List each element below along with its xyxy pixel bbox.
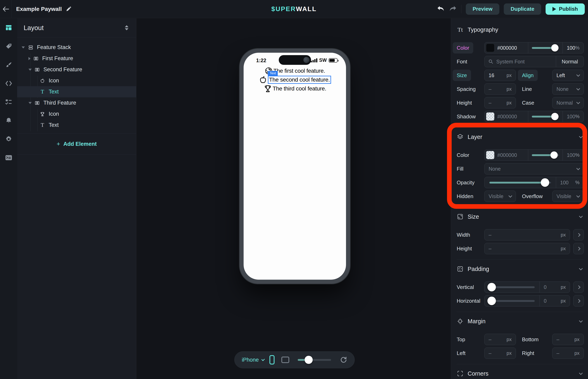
align-label[interactable]: Align bbox=[518, 70, 538, 81]
caret-right-icon[interactable] bbox=[29, 57, 31, 60]
publish-button[interactable]: Publish bbox=[546, 3, 585, 15]
color-hex-value[interactable]: #000000 bbox=[497, 45, 517, 51]
color-opacity-slider[interactable] bbox=[528, 42, 563, 53]
chevron-down-icon[interactable] bbox=[579, 371, 583, 375]
layer-color-field[interactable]: #000000 bbox=[485, 150, 528, 160]
tree-item-text-selected[interactable]: T Text bbox=[17, 86, 136, 97]
sidebar-item-theme[interactable] bbox=[0, 56, 17, 74]
sidebar-item-checklist[interactable] bbox=[0, 93, 17, 111]
margin-right-input[interactable]: –px bbox=[552, 347, 584, 359]
tree-item-icon[interactable]: Icon bbox=[17, 109, 136, 120]
caret-down-icon[interactable] bbox=[29, 69, 32, 71]
sidebar-item-products[interactable] bbox=[0, 37, 17, 56]
font-search-input[interactable]: System Font bbox=[485, 56, 556, 67]
slider-knob[interactable] bbox=[487, 283, 496, 291]
tree-item-second-feature[interactable]: Second Feature bbox=[17, 64, 136, 75]
tree-item-icon[interactable]: Icon bbox=[17, 75, 136, 86]
vertical-padding-field[interactable]: 0px bbox=[540, 282, 570, 293]
horizontal-padding-slider[interactable] bbox=[485, 295, 540, 306]
chevron-down-icon[interactable] bbox=[579, 134, 583, 138]
sidebar-item-code[interactable] bbox=[0, 74, 17, 93]
opacity-slider[interactable] bbox=[485, 177, 556, 188]
sidebar-item-console[interactable] bbox=[0, 148, 17, 167]
zoom-slider-knob[interactable] bbox=[305, 356, 313, 364]
fill-select[interactable]: None bbox=[484, 163, 584, 174]
tree-item-text[interactable]: T Text bbox=[17, 120, 136, 131]
line-select[interactable]: None bbox=[552, 83, 584, 95]
text-color-swatch-field[interactable]: #000000 bbox=[485, 42, 528, 53]
layer-color-opacity-slider[interactable] bbox=[528, 150, 563, 160]
caret-down-icon[interactable] bbox=[22, 47, 25, 48]
width-input[interactable]: –px bbox=[484, 229, 570, 240]
selected-element-outline[interactable]: Text The second cool feature. bbox=[268, 76, 331, 84]
margin-bottom-input[interactable]: –px bbox=[552, 334, 584, 345]
shadow-opacity-field[interactable]: 100% bbox=[563, 111, 584, 122]
horizontal-padding-field[interactable]: 0px bbox=[540, 295, 570, 306]
font-weight-select[interactable]: Normal bbox=[556, 56, 584, 67]
tree-item-third-feature[interactable]: Third Feature bbox=[17, 97, 136, 109]
add-element-button[interactable]: + Add Element bbox=[17, 134, 136, 155]
case-select[interactable]: Normal bbox=[552, 97, 584, 109]
align-select[interactable]: Left bbox=[552, 70, 584, 81]
slider-knob[interactable] bbox=[551, 44, 558, 51]
slider-knob[interactable] bbox=[487, 297, 496, 305]
caret-down-icon[interactable] bbox=[29, 102, 32, 104]
margin-left-input[interactable]: –px bbox=[484, 347, 516, 359]
slider-knob[interactable] bbox=[551, 113, 558, 120]
letter-spacing-input[interactable]: –px bbox=[484, 83, 516, 95]
hidden-select[interactable]: Visible bbox=[484, 191, 516, 202]
color-opacity-field[interactable]: 100% bbox=[563, 42, 584, 53]
shadow-color-field[interactable]: #000000 bbox=[485, 111, 528, 122]
sidebar-item-layout[interactable] bbox=[0, 18, 17, 37]
line-height-input[interactable]: –px bbox=[484, 97, 516, 109]
feature-row[interactable]: The third cool feature. bbox=[263, 84, 326, 93]
opacity-field[interactable]: 100% bbox=[556, 177, 584, 188]
chevron-down-icon[interactable] bbox=[261, 358, 265, 361]
color-swatch[interactable] bbox=[486, 44, 494, 52]
redo-icon[interactable] bbox=[449, 6, 457, 13]
preview-button[interactable]: Preview bbox=[466, 3, 499, 15]
back-button[interactable] bbox=[0, 0, 12, 18]
vertical-padding-slider[interactable] bbox=[485, 282, 540, 293]
zoom-slider[interactable] bbox=[298, 359, 331, 361]
margin-top-input[interactable]: –px bbox=[484, 334, 516, 345]
shadow-opacity-slider[interactable] bbox=[528, 111, 563, 122]
horizontal-padding-expand-button[interactable] bbox=[573, 295, 584, 306]
editor-canvas[interactable]: 1:22 SW The first cool bbox=[137, 18, 451, 379]
chevron-down-icon[interactable] bbox=[579, 267, 583, 270]
sidebar-item-settings[interactable] bbox=[0, 130, 17, 148]
portrait-mode-icon[interactable] bbox=[270, 355, 274, 364]
shadow-hex-value[interactable]: #000000 bbox=[497, 114, 517, 120]
width-expand-button[interactable] bbox=[573, 229, 584, 240]
sidebar-item-notifications[interactable] bbox=[0, 111, 17, 130]
chevron-down-icon[interactable] bbox=[579, 319, 583, 322]
duplicate-button[interactable]: Duplicate bbox=[504, 3, 541, 15]
font-size-label[interactable]: Size bbox=[453, 70, 471, 81]
slider-knob[interactable] bbox=[550, 151, 558, 159]
chevron-down-icon[interactable] bbox=[579, 214, 583, 218]
overflow-select[interactable]: Visible bbox=[552, 191, 584, 202]
landscape-mode-icon[interactable] bbox=[281, 357, 289, 363]
edit-pencil-icon[interactable] bbox=[66, 6, 71, 12]
feature-text[interactable]: The third cool feature. bbox=[273, 85, 326, 92]
height-expand-button[interactable] bbox=[573, 243, 584, 254]
refresh-icon[interactable] bbox=[340, 356, 347, 363]
feature-text[interactable]: The first cool feature. bbox=[273, 68, 325, 74]
sort-icon[interactable] bbox=[125, 25, 128, 30]
feature-row-selected[interactable]: Text The second cool feature. bbox=[258, 75, 331, 84]
font-size-input[interactable]: 16px bbox=[484, 70, 516, 81]
phone-screen[interactable]: 1:22 SW The first cool bbox=[244, 53, 346, 280]
text-color-label[interactable]: Color bbox=[453, 42, 473, 53]
height-input[interactable]: –px bbox=[484, 243, 570, 254]
vertical-padding-expand-button[interactable] bbox=[573, 282, 584, 293]
layer-hex-value[interactable]: #000000 bbox=[497, 152, 517, 158]
transparent-swatch[interactable] bbox=[486, 112, 494, 121]
tree-item-first-feature[interactable]: First Feature bbox=[17, 53, 136, 64]
transparent-swatch[interactable] bbox=[486, 151, 494, 159]
slider-knob[interactable] bbox=[541, 178, 549, 187]
device-select[interactable]: iPhone bbox=[242, 357, 259, 363]
undo-icon[interactable] bbox=[437, 6, 445, 13]
layer-color-opacity-field[interactable]: 100% bbox=[563, 150, 584, 160]
tree-item-feature-stack[interactable]: Feature Stack bbox=[17, 42, 136, 53]
feature-text[interactable]: The second cool feature. bbox=[269, 77, 330, 83]
